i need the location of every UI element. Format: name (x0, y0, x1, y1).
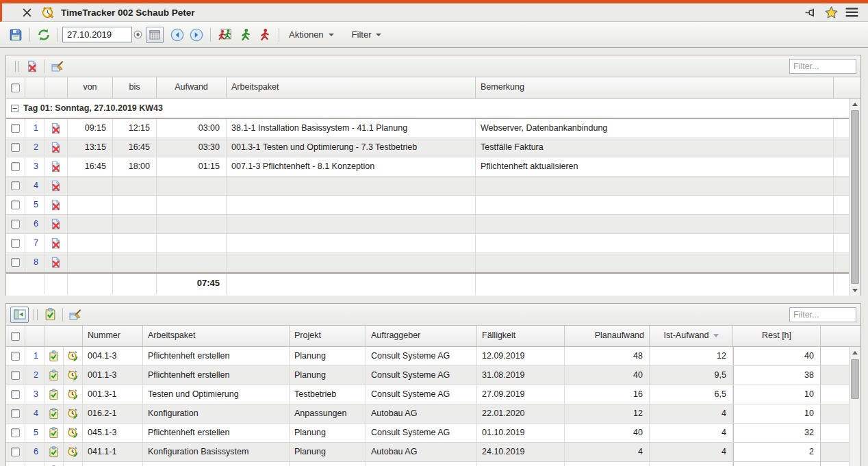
row-checkbox[interactable] (11, 143, 20, 152)
next-day-button[interactable] (187, 28, 206, 42)
delete-row-icon[interactable] (44, 138, 68, 157)
delete-row-icon[interactable] (44, 253, 68, 272)
cell-aufwand[interactable] (157, 196, 227, 214)
cell-bemerkung[interactable] (476, 196, 834, 214)
row-number[interactable]: 2 (25, 138, 44, 157)
time-entry-row[interactable]: 6 (6, 215, 849, 234)
collapse-group-icon[interactable] (11, 105, 18, 112)
column-header-bemerkung[interactable]: Bemerkung (476, 77, 834, 98)
start-timer-icon[interactable] (64, 404, 83, 423)
column-header-von[interactable]: von (68, 77, 113, 98)
save-icon[interactable] (6, 28, 25, 42)
cell-aufwand[interactable]: 01:15 (157, 157, 227, 176)
cell-arbeitspaket[interactable]: 007.1-3 Pflichtenheft - 8.1 Konzeption (227, 157, 476, 176)
cell-nummer[interactable]: 001.3-1 (83, 385, 143, 404)
cell-auftraggeber[interactable]: Autobau AG (366, 404, 477, 423)
column-header-ist-aufwand[interactable]: Ist-Aufwand (650, 326, 733, 346)
cell-bemerkung[interactable]: Pflichtenheft aktualisieren (476, 157, 834, 176)
column-header-rest[interactable]: Rest [h] (733, 326, 821, 346)
cell-arbeitspaket[interactable]: Pflichtenheft erstellen (143, 366, 290, 385)
cell-aufwand[interactable]: 03:00 (157, 119, 227, 138)
cell-auftraggeber[interactable]: Consult Systeme AG (366, 385, 477, 404)
start-timer-icon[interactable] (64, 385, 83, 404)
clear-filter-broom-icon[interactable] (67, 308, 84, 321)
cell-projekt[interactable]: Anpassungen (290, 404, 366, 423)
row-number[interactable]: 2 (25, 366, 44, 385)
cell-auftraggeber[interactable]: Consult Systeme AG (366, 366, 477, 385)
cell-bemerkung[interactable] (476, 234, 834, 253)
toolbar-drag-handle[interactable] (15, 61, 19, 72)
row-number[interactable]: 5 (25, 424, 44, 442)
calendar-button[interactable] (146, 27, 164, 43)
delete-entries-icon[interactable] (24, 60, 40, 73)
row-checkbox[interactable] (11, 181, 20, 190)
checkbox[interactable] (11, 332, 20, 341)
scroll-up-button[interactable] (850, 99, 860, 109)
column-header-nummer[interactable]: Nummer (83, 326, 143, 346)
cell-planaufwand[interactable]: 12 (565, 404, 650, 423)
row-number[interactable]: 3 (25, 385, 44, 404)
start-timer-icon[interactable] (64, 366, 83, 385)
cell-arbeitspaket[interactable] (227, 234, 476, 253)
cell-bemerkung[interactable]: Testfälle Faktura (476, 138, 834, 157)
person-red-icon[interactable] (255, 28, 275, 42)
book-entry-icon[interactable] (44, 443, 64, 461)
cell-auftraggeber[interactable]: Consult Systeme AG (366, 424, 477, 442)
cell-rest[interactable] (733, 462, 821, 466)
cell-projekt[interactable]: Planung (290, 443, 366, 461)
cell-arbeitspaket[interactable] (227, 196, 476, 214)
cell-projekt[interactable]: Planung (290, 366, 366, 385)
work-package-row[interactable]: 3001.3-1Testen und OptimierungTestbetrie… (6, 385, 849, 404)
cell-planaufwand[interactable]: 16 (565, 385, 650, 404)
cell-auftraggeber[interactable]: Consult Systeme AG (366, 347, 477, 365)
menu-icon[interactable] (845, 8, 858, 17)
cell-nummer[interactable]: 001.1-3 (83, 366, 143, 385)
cell-nummer[interactable]: 045.1-3 (83, 424, 143, 442)
cell-von[interactable]: 13:15 (68, 138, 113, 157)
cell-arbeitspaket[interactable] (227, 215, 476, 233)
column-header-arbeitspaket[interactable]: Arbeitspaket (227, 77, 476, 98)
row-checkbox[interactable] (11, 448, 20, 456)
column-header-bis[interactable]: bis (113, 77, 157, 98)
row-checkbox[interactable] (11, 200, 20, 209)
scroll-up-button[interactable] (850, 347, 860, 358)
pin-icon[interactable] (804, 8, 817, 18)
start-timer-icon[interactable] (64, 462, 83, 466)
cell-ist-aufwand[interactable]: 4 (650, 443, 733, 461)
cell-von[interactable] (68, 177, 113, 195)
cell-aufwand[interactable] (157, 215, 227, 233)
cell-arbeitspaket[interactable]: Pflichtenheft erstellen (143, 347, 290, 365)
book-entry-icon[interactable] (44, 404, 64, 423)
cell-ist-aufwand[interactable]: 12 (650, 347, 733, 365)
row-checkbox[interactable] (11, 124, 20, 133)
cell-projekt[interactable]: Planung (290, 424, 366, 442)
start-timer-icon[interactable] (64, 347, 83, 365)
work-package-row[interactable] (6, 462, 849, 466)
delete-row-icon[interactable] (44, 196, 68, 214)
delete-row-icon[interactable] (44, 215, 68, 233)
refresh-icon[interactable] (34, 28, 53, 42)
cell-aufwand[interactable] (157, 177, 227, 195)
delete-row-icon[interactable] (44, 157, 68, 176)
cell-nummer[interactable] (83, 462, 143, 466)
work-package-row[interactable]: 6041.1-1Konfiguration BasissystemPlanung… (6, 443, 849, 462)
cell-faelligkeit[interactable]: 24.10.2019 (477, 443, 565, 461)
cell-faelligkeit[interactable]: 31.08.2019 (477, 366, 565, 385)
row-number[interactable]: 6 (25, 215, 44, 233)
cell-planaufwand[interactable]: 40 (565, 424, 650, 442)
row-number[interactable]: 1 (25, 119, 44, 138)
cell-bemerkung[interactable] (476, 177, 834, 195)
cell-arbeitspaket[interactable]: Konfiguration (143, 404, 290, 423)
delete-row-icon[interactable] (44, 234, 68, 253)
cell-faelligkeit[interactable]: 12.09.2019 (477, 347, 565, 365)
row-number[interactable] (25, 462, 44, 466)
row-checkbox[interactable] (11, 220, 20, 229)
time-entry-row[interactable]: 7 (6, 234, 849, 253)
cell-rest[interactable]: 38 (733, 366, 821, 385)
cell-aufwand[interactable] (157, 234, 227, 253)
cell-von[interactable] (68, 253, 113, 272)
cell-rest[interactable]: 40 (733, 347, 821, 365)
cell-bis[interactable] (113, 177, 157, 195)
work-package-row[interactable]: 1004.1-3Pflichtenheft erstellenPlanungCo… (6, 347, 849, 366)
cell-von[interactable]: 09:15 (68, 119, 113, 138)
